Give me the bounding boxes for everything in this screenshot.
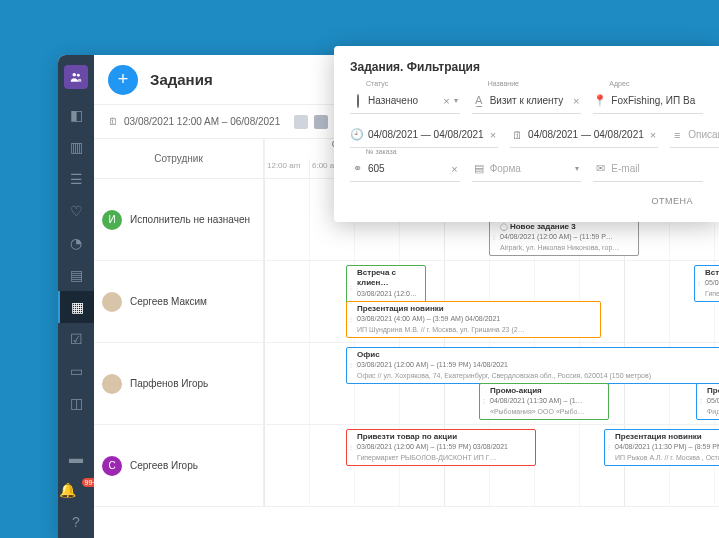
task-address: «Рыбомания» ООО «Рыбо… <box>490 408 584 415</box>
task-date: 04/08/2021 (11:30 AM) – (1… <box>490 397 583 404</box>
filter-email[interactable]: ✉ E-mail <box>593 156 703 182</box>
calendar-icon: 🗓 <box>510 129 524 141</box>
task-date: 03/08/2021 (12:0… <box>357 290 417 297</box>
svg-point-1 <box>77 74 80 77</box>
task-title: Презентация новинки <box>357 304 444 313</box>
task-card[interactable]: ⋮⋮◯ Новое задание 304/08/2021 (12:00 AM)… <box>489 219 639 256</box>
clear-icon[interactable]: × <box>648 129 658 141</box>
task-title: Привезти товар по акции <box>357 432 457 441</box>
nav-clock-icon[interactable]: ◔ <box>58 227 94 259</box>
task-date: 04/08/2021 (11:30 PM) – (8:59 PM) 05/08/… <box>615 443 719 450</box>
schedule-lane: ⋮⋮Офис03/08/2021 (12:00 AM) – (11:59 PM)… <box>264 343 719 424</box>
nav-calendar-icon[interactable]: ▦ <box>58 291 94 323</box>
employee-name: Сергеев Игорь <box>130 460 198 471</box>
employee-name: Парфенов Игорь <box>130 378 208 389</box>
filter-desc[interactable]: ≡ Описание <box>670 122 719 148</box>
nav-help-icon[interactable]: ? <box>58 506 94 538</box>
pin-icon: 📍 <box>593 94 607 107</box>
clear-icon[interactable]: × <box>571 95 581 107</box>
employee-name: Сергеев Максим <box>130 296 207 307</box>
user-icon <box>314 115 328 129</box>
people-icon[interactable] <box>64 65 88 89</box>
form-icon: ▤ <box>472 162 486 175</box>
schedule-row: Парфенов Игорь⋮⋮Офис03/08/2021 (12:00 AM… <box>94 343 719 425</box>
schedule-row: Сергеев Максим⋮⋮Встреча с клиен…03/08/20… <box>94 261 719 343</box>
task-address: Гипермаркет РЫБОЛОВ-ДИСКОНТ ИП Г… <box>357 454 497 461</box>
nav-doc-icon[interactable]: ▭ <box>58 355 94 387</box>
task-title: Промо-акция <box>490 386 542 395</box>
avatar <box>102 374 122 394</box>
drag-handle-icon[interactable]: ⋮⋮ <box>696 268 700 299</box>
schedule-lane: ⋮⋮Привезти товар по акции03/08/2021 (12:… <box>264 425 719 506</box>
task-card[interactable]: ⋮⋮Презентация новинки04/08/2021 (11:30 P… <box>604 429 719 466</box>
nav-shield-icon[interactable]: ♡ <box>58 195 94 227</box>
drag-handle-icon[interactable]: ⋮⋮ <box>606 432 610 463</box>
task-card[interactable]: ⋮⋮Офис03/08/2021 (12:00 AM) – (11:59 PM)… <box>346 347 719 384</box>
clear-icon[interactable]: × <box>449 163 459 175</box>
mail-icon: ✉ <box>593 162 607 175</box>
filter-address[interactable]: Адрес 📍 FoxFishing, ИП Ва <box>593 88 703 114</box>
nav-home-icon[interactable]: ◧ <box>58 99 94 131</box>
employee-cell[interactable]: Сергеев Максим <box>94 261 264 342</box>
cancel-button[interactable]: ОТМЕНА <box>641 190 703 212</box>
task-address: Airpark, ул. Николая Никонова, гор… <box>500 244 619 251</box>
drag-handle-icon[interactable]: ⋮⋮ <box>491 222 495 253</box>
clock-icon: 🕘 <box>350 128 364 141</box>
svg-point-0 <box>73 73 77 77</box>
nav-chat-icon[interactable]: ▬ <box>58 442 94 474</box>
task-card[interactable]: ⋮⋮Промо-акция05/08/2021 (12:00 AM) – (6:… <box>696 383 719 420</box>
drag-handle-icon[interactable]: ⋮⋮ <box>698 386 702 417</box>
task-card[interactable]: ⋮⋮Встреча с новым клиентом05/08/2021 (8:… <box>694 265 719 302</box>
nav-clip-icon[interactable]: ▤ <box>58 259 94 291</box>
calendar-icon[interactable]: 🗓 <box>108 116 118 127</box>
filter-form[interactable]: ▤ Форма ▾ <box>472 156 582 182</box>
task-title: Офис <box>357 350 380 359</box>
employee-header: Сотрудник <box>94 139 264 178</box>
chevron-down-icon[interactable]: ▾ <box>573 164 581 173</box>
page-title: Задания <box>150 71 213 88</box>
add-button[interactable]: + <box>108 65 138 95</box>
status-dot-icon <box>350 95 364 107</box>
filter-daterange2[interactable]: 🗓 04/08/2021 — 04/08/2021 × <box>510 122 658 148</box>
task-card[interactable]: ⋮⋮Промо-акция04/08/2021 (11:30 AM) – (1…… <box>479 383 609 420</box>
nav-map-icon[interactable]: ▥ <box>58 131 94 163</box>
nav-list-icon[interactable]: ☰ <box>58 163 94 195</box>
date-range[interactable]: 03/08/2021 12:00 AM – 06/08/2021 <box>124 116 280 127</box>
text-icon: A̲ <box>472 94 486 107</box>
task-title: Новое задание 3 <box>510 222 576 231</box>
task-title: Презентация новинки <box>615 432 702 441</box>
task-card[interactable]: ⋮⋮Привезти товар по акции03/08/2021 (12:… <box>346 429 536 466</box>
task-title: Промо-акция <box>707 386 719 395</box>
avatar: И <box>102 210 122 230</box>
task-card[interactable]: ⋮⋮Презентация новинки03/08/2021 (4:00 AM… <box>346 301 601 338</box>
schedule-lane: ⋮⋮Встреча с клиен…03/08/2021 (12:0…FoxFi… <box>264 261 719 342</box>
task-address: Офис // ул. Хохрякова, 74, Екатеринбург,… <box>357 372 651 379</box>
drag-handle-icon[interactable]: ⋮⋮ <box>481 386 485 417</box>
filter-status[interactable]: Статус Назначено × ▾ <box>350 88 460 114</box>
task-address: Фидербайт ИП Лукашина // г. Москв… <box>707 408 719 415</box>
clear-icon[interactable]: × <box>441 95 451 107</box>
employee-name: Исполнитель не назначен <box>130 214 250 225</box>
drag-handle-icon[interactable]: ⋮⋮ <box>348 432 352 463</box>
nav-chart-icon[interactable]: ◫ <box>58 387 94 419</box>
employee-cell[interactable]: ССергеев Игорь <box>94 425 264 506</box>
link-icon: ⚭ <box>350 162 364 175</box>
filter-daterange1[interactable]: 🕘 04/08/2021 — 04/08/2021 × <box>350 122 498 148</box>
task-date: 03/08/2021 (12:00 AM) – (11:59 PM) 03/08… <box>357 443 508 450</box>
clear-icon[interactable]: × <box>488 129 498 141</box>
drag-handle-icon[interactable]: ⋮⋮ <box>348 350 352 381</box>
task-date: 04/08/2021 (12:00 AM) – (11:59 P… <box>500 233 613 240</box>
task-date: 03/08/2021 (4:00 AM) – (3:59 AM) 04/08/2… <box>357 315 500 322</box>
nav-bell-icon[interactable]: 🔔99+ <box>58 474 94 506</box>
filter-panel: Задания. Фильтрация Статус Назначено × ▾… <box>334 46 719 222</box>
task-address: Гипермаркет РЫБОЛОВ-ДИСКОНТ … <box>705 290 719 297</box>
filter-name[interactable]: Название A̲ Визит к клиенту × <box>472 88 582 114</box>
filter-order[interactable]: № заказа ⚭ 605 × <box>350 156 460 182</box>
drag-handle-icon[interactable]: ⋮⋮ <box>348 304 352 335</box>
employee-cell[interactable]: ИИсполнитель не назначен <box>94 179 264 260</box>
task-title: Встреча с клиен… <box>357 268 396 287</box>
chevron-down-icon[interactable]: ▾ <box>452 96 460 105</box>
employee-cell[interactable]: Парфенов Игорь <box>94 343 264 424</box>
nav-check-icon[interactable]: ☑ <box>58 323 94 355</box>
sidebar: ◧ ▥ ☰ ♡ ◔ ▤ ▦ ☑ ▭ ◫ ▬ 🔔99+ ? <box>58 55 94 538</box>
